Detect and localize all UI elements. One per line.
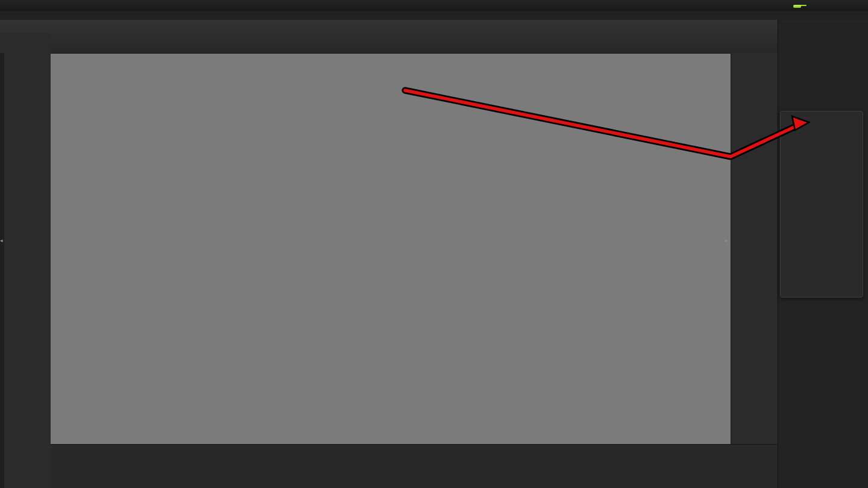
left-shelf <box>0 33 51 488</box>
title-bar <box>0 0 868 11</box>
document-canvas[interactable] <box>51 53 731 444</box>
left-tray-handle[interactable]: ◂ <box>0 237 3 243</box>
bottom-toolbar <box>51 444 778 488</box>
zbrush-app: ◂ ▸ <box>0 0 868 488</box>
top-toolbar <box>0 20 868 54</box>
polygroups-panel <box>780 111 863 298</box>
right-tray-handle[interactable]: ▸ <box>725 237 728 243</box>
menu-bar <box>0 11 868 20</box>
right-shelf <box>731 53 778 444</box>
left-tray-rail <box>0 53 4 488</box>
